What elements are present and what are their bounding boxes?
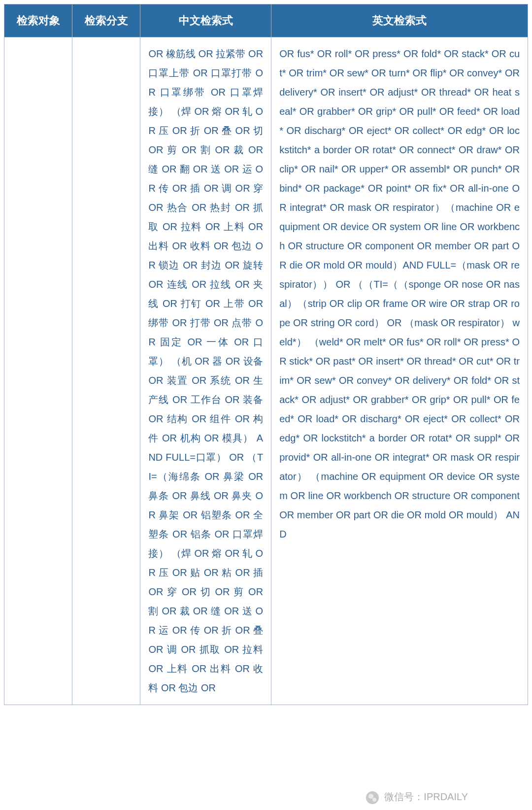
cell-search-branch: [72, 37, 140, 705]
search-query-table: 检索对象 检索分支 中文检索式 英文检索式 OR 橡筋线 OR 拉紧带 OR 口…: [4, 4, 528, 705]
table-header-row: 检索对象 检索分支 中文检索式 英文检索式: [4, 4, 528, 37]
header-search-branch: 检索分支: [72, 4, 140, 37]
cell-chinese-query: OR 橡筋线 OR 拉紧带 OR 口罩上带 OR 口罩打带 OR 口罩绑带 OR…: [140, 37, 271, 705]
header-chinese-query: 中文检索式: [140, 4, 271, 37]
cell-search-object: [4, 37, 72, 705]
header-english-query: 英文检索式: [271, 4, 528, 37]
header-search-object: 检索对象: [4, 4, 72, 37]
table-row: OR 橡筋线 OR 拉紧带 OR 口罩上带 OR 口罩打带 OR 口罩绑带 OR…: [4, 37, 528, 705]
cell-english-query: OR fus* OR roll* OR press* OR fold* OR s…: [271, 37, 528, 705]
